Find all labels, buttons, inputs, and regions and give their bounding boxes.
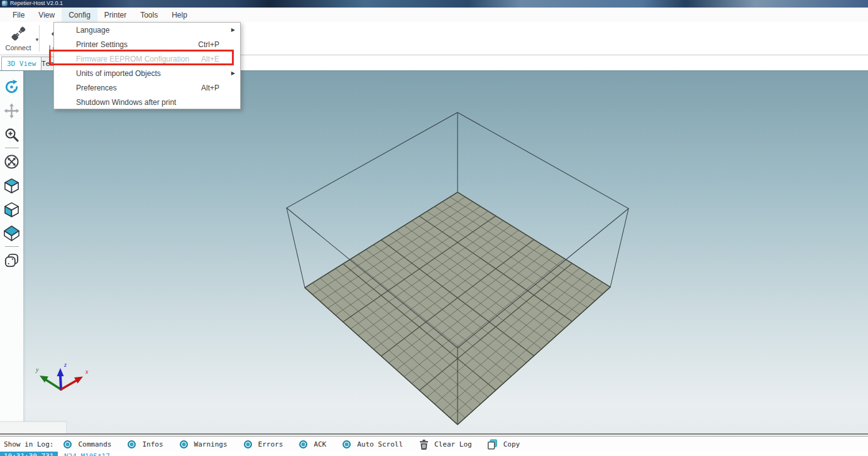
connect-button[interactable]: Connect: [3, 24, 34, 52]
menu-item-units-of-imported-objects[interactable]: Units of imported Objects▶: [54, 66, 240, 80]
menu-tools[interactable]: Tools: [133, 8, 165, 22]
axis-y-label: y: [35, 366, 39, 373]
menu-item-shortcut: Ctrl+P: [198, 40, 219, 49]
toggle-warnings[interactable]: Warnings: [180, 440, 228, 448]
top-view-icon[interactable]: [0, 221, 23, 245]
sidebar-separator: [5, 246, 19, 247]
menu-item-preferences[interactable]: PreferencesAlt+P: [54, 80, 240, 95]
axis-z-label: z: [63, 361, 67, 368]
print-bed-3d-scene: [0, 71, 868, 435]
config-dropdown-menu: Language▶Printer SettingsCtrl+PFirmware …: [53, 22, 241, 109]
copy-log-label: Copy: [503, 440, 520, 448]
submenu-arrow-icon: ▶: [231, 27, 235, 33]
menu-bar: FileViewConfigPrinterToolsHelp: [0, 8, 868, 22]
fit-view-icon[interactable]: [0, 149, 23, 173]
menu-item-language[interactable]: Language▶: [54, 23, 240, 37]
toggle-on-icon: [128, 440, 136, 448]
clear-log-button[interactable]: Clear Log: [419, 439, 472, 450]
toggle-objects-icon[interactable]: [0, 248, 23, 272]
annotation-red-box: [49, 50, 234, 65]
menu-config[interactable]: Config: [62, 8, 97, 22]
plug-icon: [9, 24, 28, 44]
viewport-3d[interactable]: y z x: [0, 70, 868, 434]
show-in-log-label: Show in Log:: [4, 440, 53, 448]
zoom-view-icon[interactable]: [0, 122, 23, 146]
move-view-icon[interactable]: [0, 99, 23, 122]
clear-log-label: Clear Log: [434, 440, 472, 448]
toggle-on-icon: [299, 440, 307, 448]
app-icon: [2, 1, 8, 6]
toggle-label: Infos: [142, 440, 163, 448]
sidebar-separator: [5, 148, 19, 148]
menu-file[interactable]: File: [6, 8, 31, 22]
viewport-bottom-overlay: [0, 421, 66, 433]
isometric-view-icon[interactable]: [0, 173, 23, 197]
toggle-infos[interactable]: Infos: [128, 440, 163, 448]
axis-indicator: y z x: [33, 360, 92, 401]
menu-item-shortcut: Alt+P: [201, 84, 219, 92]
toggle-label: Warnings: [194, 440, 228, 448]
toggle-label: Commands: [78, 440, 111, 448]
menu-view[interactable]: View: [31, 8, 62, 22]
connect-button-label: Connect: [6, 44, 31, 52]
window-title: Repetier-Host V2.0.1: [10, 0, 63, 7]
toggle-on-icon: [244, 440, 252, 448]
axis-x-label: x: [85, 368, 89, 375]
toolbar-separator: [39, 25, 40, 52]
toggle-label: ACK: [314, 440, 326, 448]
toggle-ack[interactable]: ACK: [299, 440, 326, 448]
menu-help[interactable]: Help: [165, 8, 194, 22]
log-entry-row[interactable]: 10:31:30.731 N24 M105*17: [0, 452, 868, 456]
log-entry-message: N24 M105*17: [58, 452, 116, 456]
menu-printer[interactable]: Printer: [97, 8, 133, 22]
toggle-on-icon: [63, 440, 72, 448]
copy-icon: [487, 439, 498, 450]
copy-log-button[interactable]: Copy: [487, 439, 520, 450]
menu-item-label: Language: [76, 26, 109, 35]
trash-icon: [419, 439, 429, 450]
toggle-auto-scroll[interactable]: Auto Scroll: [343, 440, 403, 448]
toggle-label: Errors: [258, 440, 283, 448]
menu-item-label: Printer Settings: [76, 40, 128, 49]
title-bar: Repetier-Host V2.0.1: [0, 0, 868, 8]
menu-item-label: Shutdown Windows after print: [76, 98, 176, 107]
log-toolbar: Show in Log: CommandsInfosWarningsErrors…: [0, 437, 868, 452]
toggle-errors[interactable]: Errors: [244, 440, 283, 448]
log-entry-time: 10:31:30.731: [0, 452, 58, 456]
menu-item-label: Units of imported Objects: [76, 69, 161, 78]
front-view-icon[interactable]: [0, 197, 23, 221]
menu-item-shutdown-windows-after-print[interactable]: Shutdown Windows after print: [54, 95, 240, 109]
toggle-label: Auto Scroll: [357, 440, 403, 448]
toggle-on-icon: [180, 440, 188, 448]
toggle-commands[interactable]: Commands: [63, 440, 111, 448]
toggle-on-icon: [343, 440, 351, 448]
tab-3d-view[interactable]: 3D View: [1, 57, 41, 70]
submenu-arrow-icon: ▶: [231, 70, 235, 76]
view-tools-sidebar: [0, 71, 23, 433]
menu-item-label: Preferences: [76, 84, 117, 92]
rotate-view-icon[interactable]: [0, 75, 23, 99]
